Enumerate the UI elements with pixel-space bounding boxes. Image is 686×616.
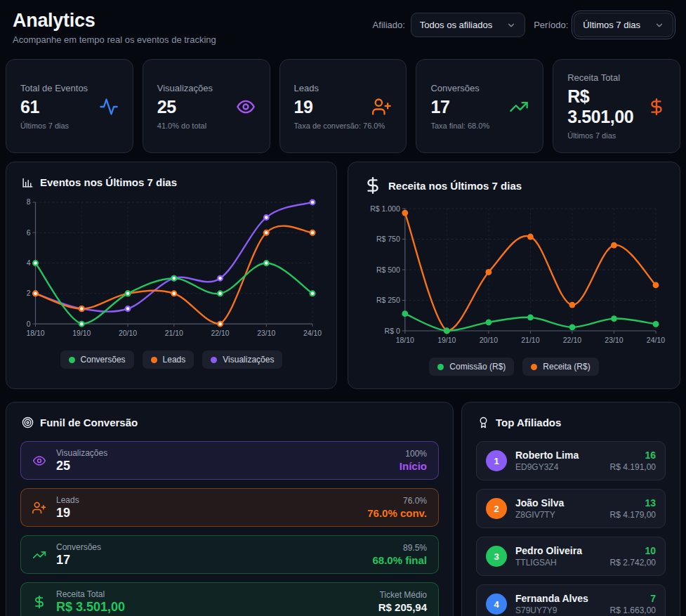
affiliate-row: 1 Roberto Lima ED9GY3Z4 16 R$ 4.191,00 <box>476 441 666 480</box>
legend-item[interactable]: Visualizações <box>202 350 282 369</box>
svg-text:19/10: 19/10 <box>72 329 91 337</box>
trending-up-icon <box>32 548 46 562</box>
funnel-row: Receita Total R$ 3.501,00 Ticket Médio R… <box>20 582 439 616</box>
svg-text:21/10: 21/10 <box>521 336 539 344</box>
legend-item[interactable]: Leads <box>143 350 194 369</box>
revenue-chart-legend: Comissão (R$) Receita (R$) <box>362 358 666 376</box>
user-plus-icon <box>32 501 46 515</box>
revenue-chart-title: Receita nos Últimos 7 dias <box>388 180 522 192</box>
svg-text:R$ 0: R$ 0 <box>385 327 400 335</box>
dollar-icon <box>647 98 666 116</box>
user-plus-icon <box>372 97 392 117</box>
legend-color-dot <box>69 357 75 363</box>
funnel-step-percent: Ticket Médio <box>378 590 427 600</box>
svg-text:18/10: 18/10 <box>26 329 44 337</box>
svg-text:6: 6 <box>27 229 31 237</box>
funnel-step-label: Leads <box>56 495 357 505</box>
svg-text:R$ 250: R$ 250 <box>376 296 400 304</box>
svg-text:2: 2 <box>27 289 31 297</box>
funnel-step-note: 76.0% conv. <box>367 507 427 519</box>
stat-value: 61 <box>20 97 39 117</box>
stat-subtext: Últimos 7 dias <box>20 122 119 130</box>
funnel-step-label: Receita Total <box>56 589 369 599</box>
stat-card: Receita Total R$ 3.501,00 Últimos 7 dias <box>553 59 680 153</box>
bar-chart-icon <box>22 176 34 188</box>
svg-text:21/10: 21/10 <box>165 329 183 337</box>
rank-badge: 3 <box>486 546 507 567</box>
affiliate-code: ED9GY3Z4 <box>515 462 602 472</box>
stat-subtext: Últimos 7 dias <box>567 131 666 140</box>
legend-label: Comissão (R$) <box>449 362 506 372</box>
rank-badge: 4 <box>486 594 507 615</box>
funnel-step-label: Conversões <box>56 542 362 552</box>
stat-card: Total de Eventos 61 Últimos 7 dias <box>6 59 133 153</box>
funnel-row: Conversões 17 89.5% 68.0% final <box>20 535 439 574</box>
svg-text:R$ 500: R$ 500 <box>376 266 400 274</box>
affiliate-code: S79UY7Y9 <box>515 605 602 615</box>
svg-text:23/10: 23/10 <box>257 329 275 337</box>
funnel-step-value: R$ 3.501,00 <box>56 600 369 615</box>
eye-icon <box>236 97 256 117</box>
stat-subtext: 41.0% do total <box>157 122 256 130</box>
stat-title: Leads <box>294 83 393 93</box>
affiliate-amount: R$ 4.191,00 <box>610 462 656 472</box>
svg-text:18/10: 18/10 <box>396 336 414 344</box>
stat-card: Visualizações 25 41.0% do total <box>143 59 270 153</box>
svg-text:24/10: 24/10 <box>647 336 665 344</box>
funnel-title: Funil de Conversão <box>40 417 138 428</box>
page-header: Analytics Acompanhe em tempo real os eve… <box>6 7 680 55</box>
stat-value: 17 <box>430 97 449 117</box>
events-line-chart[interactable]: 0246818/1019/1020/1021/1022/1023/1024/10 <box>20 195 322 345</box>
svg-text:22/10: 22/10 <box>211 329 229 337</box>
legend-item[interactable]: Conversões <box>60 350 134 369</box>
stat-title: Visualizações <box>157 83 256 93</box>
conversion-funnel-panel: Funil de Conversão Visualizações 25 100%… <box>6 402 454 616</box>
affiliate-row: 2 João Silva Z8GIV7TY 13 R$ 4.179,00 <box>476 489 666 528</box>
stat-value: 19 <box>294 97 313 117</box>
stat-value: 25 <box>157 97 176 117</box>
period-select-value: Últimos 7 dias <box>583 20 640 30</box>
funnel-step-note: Início <box>400 460 427 472</box>
period-select[interactable]: Últimos 7 dias <box>574 13 673 37</box>
funnel-step-percent: 89.5% <box>372 543 427 553</box>
svg-text:0: 0 <box>27 320 31 328</box>
svg-text:20/10: 20/10 <box>480 336 498 344</box>
svg-text:20/10: 20/10 <box>119 329 137 337</box>
stats-row: Total de Eventos 61 Últimos 7 dias Visua… <box>6 59 680 153</box>
events-chart-panel: Eventos nos Últimos 7 dias 0246818/1019/… <box>6 162 337 389</box>
affiliate-name: João Silva <box>515 497 602 509</box>
dollar-icon <box>32 595 46 609</box>
affiliate-name: Pedro Oliveira <box>515 545 602 556</box>
affiliate-amount: R$ 4.179,00 <box>610 510 656 520</box>
stat-value: R$ 3.501,00 <box>567 86 647 127</box>
funnel-step-value: 25 <box>56 459 390 473</box>
svg-text:R$ 1.000: R$ 1.000 <box>370 204 400 213</box>
affiliate-row: 3 Pedro Oliveira TTLIGSAH 10 R$ 2.742,00 <box>476 537 666 576</box>
stat-subtext: Taxa final: 68.0% <box>430 122 529 130</box>
affiliate-select[interactable]: Todos os afiliados <box>411 13 525 37</box>
affiliate-amount: R$ 1.663,00 <box>610 605 656 615</box>
rank-badge: 2 <box>486 498 507 519</box>
legend-item[interactable]: Receita (R$) <box>522 358 598 376</box>
revenue-line-chart[interactable]: R$ 0R$ 250R$ 500R$ 750R$ 1.00018/1019/10… <box>362 202 666 352</box>
svg-text:22/10: 22/10 <box>563 336 581 344</box>
events-chart-legend: Conversões Leads Visualizações <box>20 350 322 369</box>
affiliate-count: 13 <box>610 497 656 509</box>
funnel-row: Visualizações 25 100% Início <box>20 441 439 480</box>
trending-up-icon <box>509 97 529 117</box>
legend-color-dot <box>211 357 217 363</box>
affiliate-code: TTLIGSAH <box>515 558 602 568</box>
funnel-row: Leads 19 76.0% 76.0% conv. <box>20 488 439 527</box>
eye-icon <box>32 454 46 468</box>
revenue-chart-panel: Receita nos Últimos 7 dias R$ 0R$ 250R$ … <box>348 162 680 389</box>
legend-item[interactable]: Comissão (R$) <box>429 358 514 376</box>
funnel-step-value: 19 <box>56 506 357 520</box>
top-affiliates-panel: Top Afiliados 1 Roberto Lima ED9GY3Z4 16… <box>461 402 680 616</box>
rank-badge: 1 <box>486 450 507 471</box>
funnel-step-note: R$ 205,94 <box>378 601 427 613</box>
affiliate-name: Roberto Lima <box>515 450 602 461</box>
stat-title: Total de Eventos <box>20 83 119 93</box>
award-icon <box>477 417 489 428</box>
affiliate-filter-label: Afiliado: <box>373 20 405 30</box>
affiliate-count: 10 <box>610 545 656 556</box>
